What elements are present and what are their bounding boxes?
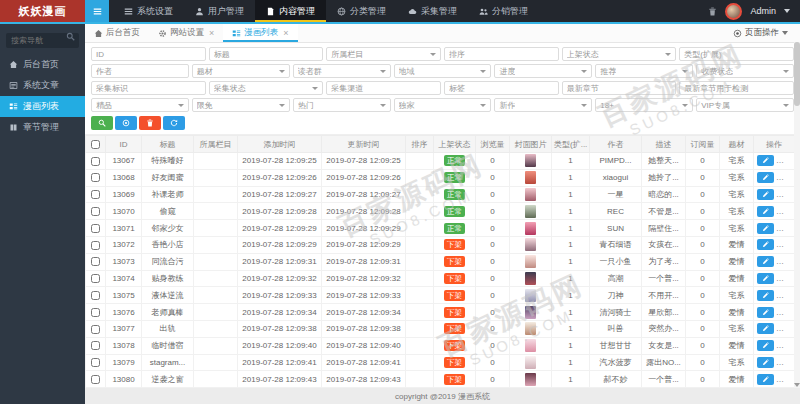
filter-select[interactable]: 读者群 [293,64,391,78]
delete-button[interactable] [139,116,161,130]
scrollbar-thumb[interactable] [794,42,800,106]
column-header: 排序 [406,136,434,153]
filter-text-input[interactable] [96,84,201,93]
edit-button[interactable] [757,172,774,183]
select-label: 新作 [499,100,515,111]
filter-text-input[interactable] [567,84,672,93]
row-checkbox[interactable] [91,274,100,283]
topnav-item[interactable]: 系统设置 [113,0,184,22]
filter-text-input[interactable] [684,50,789,59]
scrollbar-down-arrow[interactable] [794,383,800,387]
row-checkbox[interactable] [91,173,100,182]
filter-input[interactable] [444,47,559,61]
filter-input[interactable] [562,81,677,95]
row-checkbox[interactable] [91,207,100,216]
topnav-item[interactable]: 分销管理 [468,0,539,22]
filter-select[interactable]: 新作 [494,98,592,112]
topnav-item[interactable]: 采集管理 [397,0,468,22]
table-row: 13069补课老师2019-07-28 12:09:272019-07-28 1… [86,186,795,203]
filter-select[interactable]: 地域 [394,64,492,78]
edit-button[interactable] [757,223,774,234]
edit-button[interactable] [757,340,774,351]
filter-input[interactable] [91,47,206,61]
menu-icon [124,7,133,16]
filter-select[interactable]: 题材 [192,64,290,78]
filter-select[interactable]: 采集状态 [209,81,324,95]
edit-button[interactable] [757,206,774,217]
filter-select[interactable]: 进度 [494,64,592,78]
row-checkbox[interactable] [91,241,100,250]
cell-genre: 宅系 [720,220,754,237]
edit-button[interactable] [757,256,774,267]
row-checkbox[interactable] [91,224,100,233]
row-checkbox[interactable] [91,190,100,199]
filter-select[interactable]: 上架状态 [562,47,677,61]
filter-select[interactable]: 限免 [192,98,290,112]
edit-button[interactable] [757,374,774,385]
edit-button[interactable] [757,357,774,368]
filter-text-input[interactable] [331,84,436,93]
filter-select[interactable]: 热门 [293,98,391,112]
refresh-button[interactable] [163,116,185,130]
tab[interactable]: 后台首页 [85,24,149,42]
filter-text-input[interactable] [449,84,554,93]
filter-input[interactable] [209,47,324,61]
sidebar-item[interactable]: 后台首页 [0,54,85,75]
edit-button[interactable] [757,155,774,166]
close-icon[interactable]: × [209,29,214,38]
avatar[interactable] [725,3,742,20]
filter-input[interactable] [444,81,559,95]
filter-text-input[interactable] [96,50,201,59]
search-button[interactable] [91,116,113,130]
edit-button[interactable] [757,290,774,301]
chevron-down-icon [581,104,587,107]
row-checkbox[interactable] [91,325,100,334]
row-checkbox[interactable] [91,157,100,166]
filter-select[interactable]: 推荐 [595,64,693,78]
edit-button[interactable] [757,239,774,250]
row-checkbox[interactable] [91,375,100,384]
edit-button[interactable] [757,189,774,200]
sidebar-item[interactable]: 系统文章 [0,75,85,96]
filter-select[interactable]: VIP专属 [696,98,794,112]
filter-select[interactable]: 所属栏目 [326,47,441,61]
sidebar-toggle-button[interactable] [85,0,109,22]
filter-input[interactable] [91,64,189,78]
table-row: 13076老师真棒2019-07-28 12:09:342019-07-28 1… [86,304,795,321]
sidebar-item[interactable]: 漫画列表 [0,96,85,117]
filter-select[interactable]: 精品 [91,98,189,112]
filter-text-input[interactable] [214,50,319,59]
row-checkbox[interactable] [91,358,100,367]
filter-select[interactable]: 18+ [595,98,693,112]
filter-input[interactable] [679,47,794,61]
filter-input[interactable] [326,81,441,95]
filter-select[interactable]: 收费状态 [696,64,794,78]
topnav-item[interactable]: 内容管理 [255,0,326,22]
row-checkbox[interactable] [91,308,100,317]
close-icon[interactable]: × [283,29,288,38]
filter-select[interactable]: 独家 [394,98,492,112]
filter-text-input[interactable] [96,67,184,76]
target-button[interactable] [115,116,137,130]
filter-text-input[interactable] [449,50,554,59]
edit-button[interactable] [757,323,774,334]
page-actions-button[interactable]: 页面操作 [721,24,800,42]
row-checkbox[interactable] [91,341,100,350]
admin-menu-label[interactable]: Admin [750,6,776,16]
sidebar-item[interactable]: 章节管理 [0,117,85,138]
filter-text-input[interactable] [684,84,789,93]
tab[interactable]: 漫画列表× [223,24,297,42]
vertical-scrollbar[interactable] [794,42,800,388]
trash-icon[interactable] [708,7,717,16]
tab[interactable]: 网站设置× [149,24,223,42]
select-all-checkbox[interactable] [91,140,100,149]
topnav-item[interactable]: 用户管理 [184,0,255,22]
topnav-item[interactable]: 分类管理 [326,0,397,22]
edit-button[interactable] [757,273,774,284]
filter-input[interactable] [679,81,794,95]
row-checkbox[interactable] [91,257,100,266]
filter-input[interactable] [91,81,206,95]
cell-id: 13076 [106,304,142,321]
edit-button[interactable] [757,307,774,318]
row-checkbox[interactable] [91,291,100,300]
